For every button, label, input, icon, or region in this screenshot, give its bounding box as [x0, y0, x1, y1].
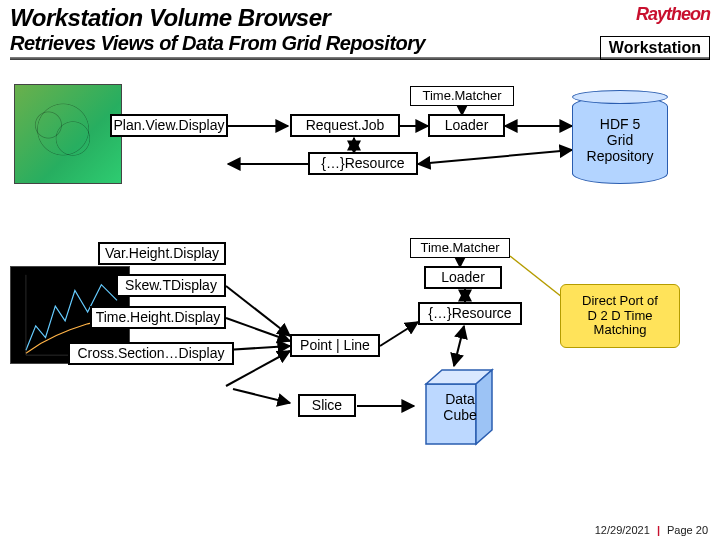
- node-resource-1: {…}Resource: [308, 152, 418, 175]
- svg-line-8: [226, 318, 290, 341]
- callout-direct-port: Direct Port of D 2 D Time Matching: [560, 284, 680, 348]
- planview-thumbnail: [14, 84, 122, 184]
- svg-line-13: [380, 322, 418, 346]
- footer-date: 12/29/2021: [595, 524, 650, 536]
- node-hdf5-cylinder: HDF 5 Grid Repository: [572, 96, 668, 184]
- page-title: Workstation Volume Browser: [10, 4, 710, 32]
- node-timeheight: Time.Height.Display: [90, 306, 226, 329]
- node-datacube: Data Cube: [414, 364, 506, 450]
- svg-line-10: [226, 351, 290, 386]
- node-pointline: Point | Line: [290, 334, 380, 357]
- node-varheight: Var.Height.Display: [98, 242, 226, 265]
- svg-line-9: [226, 346, 290, 350]
- node-requestjob: Request.Job: [290, 114, 400, 137]
- node-loader-2: Loader: [424, 266, 502, 289]
- diagram-canvas: Plan.View.Display Request.Job Time.Match…: [0, 66, 720, 516]
- svg-line-14: [233, 389, 290, 403]
- node-resource-2: {…}Resource: [418, 302, 522, 325]
- svg-line-4: [418, 150, 572, 164]
- brand-logo: Raytheon: [636, 4, 710, 25]
- node-slice: Slice: [298, 394, 356, 417]
- footer-page: Page 20: [667, 524, 708, 536]
- svg-line-7: [226, 286, 290, 336]
- node-skewt: Skew.TDisplay: [116, 274, 226, 297]
- workstation-badge: Workstation: [600, 36, 710, 60]
- node-timematcher-1: Time.Matcher: [410, 86, 514, 106]
- svg-line-16: [454, 326, 464, 366]
- node-planview: Plan.View.Display: [110, 114, 228, 137]
- footer-separator-icon: |: [653, 524, 664, 536]
- node-crosssection: Cross.Section…Display: [68, 342, 234, 365]
- node-timematcher-2: Time.Matcher: [410, 238, 510, 258]
- node-loader-1: Loader: [428, 114, 505, 137]
- footer: 12/29/2021 | Page 20: [595, 524, 708, 536]
